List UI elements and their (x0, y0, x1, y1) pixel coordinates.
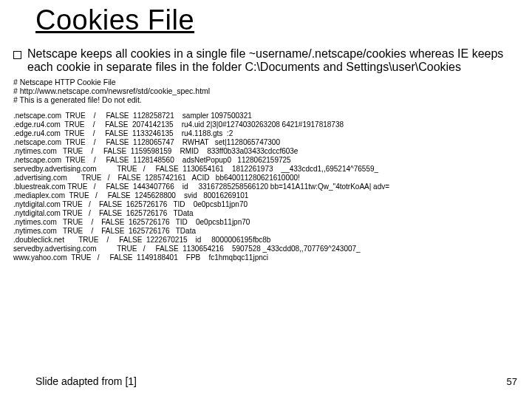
slide-title: Cookies File (35, 4, 194, 36)
comment-block: # Netscape HTTP Cookie File # http://www… (13, 78, 523, 104)
bullet-box-icon (13, 51, 21, 59)
comment-line: # http://www.netscape.com/newsref/std/co… (13, 86, 523, 95)
footer-attribution: Slide adapted from [1] (35, 375, 137, 387)
comment-line: # This is a generated file! Do not edit. (13, 95, 523, 104)
bullet-text: Netscape keeps all cookies in a single f… (27, 47, 523, 75)
comment-line: # Netscape HTTP Cookie File (13, 78, 523, 86)
slide-number: 57 (507, 376, 517, 387)
bullet-row: Netscape keeps all cookies in a single f… (13, 47, 523, 75)
slide-body: Netscape keeps all cookies in a single f… (13, 47, 523, 262)
cookie-data-block: .netscape.com TRUE / FALSE 1128258721 sa… (13, 112, 523, 262)
